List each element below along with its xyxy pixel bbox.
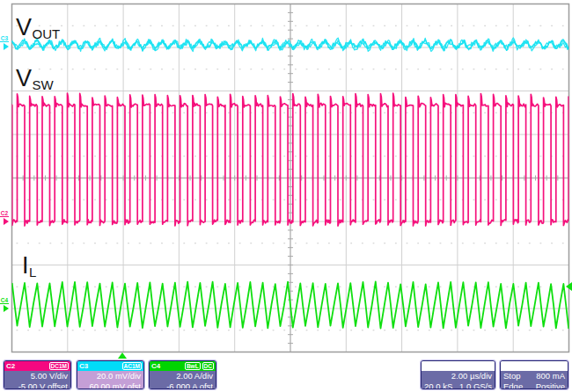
channel-box-c2-coupling-badge: DC1M xyxy=(49,362,69,370)
channel-box-c4-coupling-badge: DC xyxy=(202,362,214,370)
il-label-sub: L xyxy=(29,265,36,279)
channel-box-c2-body: 5.00 V/div -5.00 V offset xyxy=(4,371,70,389)
channel-box-c3-header: C3 AC1M xyxy=(77,361,143,371)
channel-box-c3-body: 20.0 mV/div 60.00 mV ofst xyxy=(77,371,143,389)
channel-box-c3-id: C3 xyxy=(79,362,88,370)
channel-marker-c4[interactable]: C4 xyxy=(0,297,12,312)
trigger-level-value: 800 mA xyxy=(536,371,565,381)
trace-label-vsw: VSW xyxy=(16,67,54,91)
channel-marker-c4-arrow-icon xyxy=(4,305,9,312)
channel-box-c2-header: C2 DC1M xyxy=(4,361,70,371)
waveform-plot xyxy=(0,0,572,392)
c3-scale-value: 20.0 mV/div xyxy=(97,371,141,381)
vout-label-main: V xyxy=(16,14,33,40)
channel-box-c4-id: C4 xyxy=(151,362,160,370)
c3-offset-value: 60.00 mV ofst xyxy=(89,381,141,390)
channel-box-c4[interactable]: C4 BwL DC 2.00 A/div -6.000 A ofst xyxy=(148,359,217,390)
vout-label-sub: OUT xyxy=(33,26,61,41)
channel-box-c4-body: 2.00 A/div -6.000 A ofst xyxy=(150,371,216,389)
channel-box-c4-bwl-badge: BwL xyxy=(185,362,201,370)
trigger-box-header xyxy=(501,361,568,371)
channel-box-c4-header: C4 BwL DC xyxy=(150,361,216,371)
vsw-label-sub: SW xyxy=(33,77,54,92)
trace-label-vout: VOUT xyxy=(16,16,60,40)
trigger-slope-value: Positive xyxy=(536,381,565,390)
trigger-box-body: Stop 800 mA Edge Positive xyxy=(501,371,568,389)
il-label-main: I xyxy=(22,252,29,279)
channel-marker-c2[interactable]: C2 xyxy=(0,210,12,225)
timebase-rate-value: 1.0 GS/s xyxy=(459,381,492,390)
channel-box-c3-coupling-badge: AC1M xyxy=(122,362,142,370)
c2-scale-value: 5.00 V/div xyxy=(31,371,68,381)
channel-box-c2-id: C2 xyxy=(6,362,15,370)
trigger-mode-value: Stop xyxy=(503,371,521,381)
channel-marker-c3-arrow-icon xyxy=(4,43,9,50)
timebase-box[interactable]: 2.00 µs/div 20.0 kS 1.0 GS/s xyxy=(420,359,496,390)
timebase-box-body: 2.00 µs/div 20.0 kS 1.0 GS/s xyxy=(422,371,495,389)
trigger-time-marker-icon[interactable] xyxy=(118,352,127,359)
timebase-scale-value: 2.00 µs/div xyxy=(451,371,492,381)
timebase-box-header xyxy=(422,361,495,371)
timebase-samples-value: 20.0 kS xyxy=(424,381,452,390)
vsw-label-main: V xyxy=(16,65,33,91)
channel-marker-c2-arrow-icon xyxy=(4,218,9,225)
c4-scale-value: 2.00 A/div xyxy=(176,371,213,381)
channel-marker-c2-label: C2 xyxy=(0,210,9,217)
channel-marker-c3-label: C3 xyxy=(0,35,9,42)
trigger-type-value: Edge xyxy=(503,381,523,390)
trigger-box[interactable]: Stop 800 mA Edge Positive xyxy=(499,359,569,390)
trigger-level-marker-icon[interactable] xyxy=(566,282,572,291)
trace-label-il: IL xyxy=(22,254,36,279)
channel-marker-c4-label: C4 xyxy=(0,297,9,304)
channel-box-c2[interactable]: C2 DC1M 5.00 V/div -5.00 V offset xyxy=(3,359,72,390)
channel-box-c3[interactable]: C3 AC1M 20.0 mV/div 60.00 mV ofst xyxy=(76,359,145,390)
channel-marker-c3[interactable]: C3 xyxy=(0,35,12,50)
c2-offset-value: -5.00 V offset xyxy=(18,381,68,390)
c4-offset-value: -6.000 A ofst xyxy=(166,381,213,390)
oscilloscope-screen: VOUT VSW IL C3 C2 C4 C2 DC1M 5.00 V/div … xyxy=(0,0,572,392)
